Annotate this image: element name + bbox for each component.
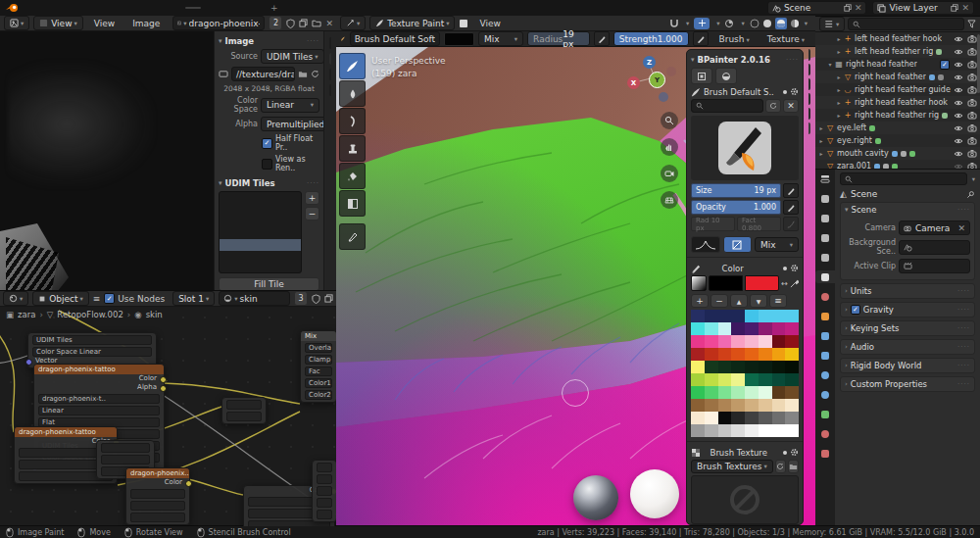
expand-icon[interactable]: ▸: [817, 124, 825, 131]
palette-swatch[interactable]: [718, 373, 732, 386]
sidebar-tab[interactable]: [808, 108, 810, 120]
node-property-row[interactable]: Color1: [305, 378, 332, 388]
palette-swatch[interactable]: [731, 335, 745, 348]
palette-swatch[interactable]: [705, 412, 718, 424]
viewport-canvas[interactable]: User Perspective (159) zara Z Y X: [336, 47, 815, 525]
camera-visibility-icon[interactable]: [967, 123, 977, 132]
opacity-pressure-toggle[interactable]: [783, 200, 799, 215]
expand-icon[interactable]: ▸: [835, 86, 843, 93]
outliner-row[interactable]: ▸ ▽ eye.left ✓: [815, 122, 980, 134]
palette-swatch[interactable]: [691, 424, 705, 437]
collapsed-panel[interactable]: ›✓Gravity····: [840, 302, 975, 318]
copy-icon[interactable]: [951, 4, 958, 12]
view-layer-selector[interactable]: View Layer ✕: [872, 1, 974, 15]
palette-swatch[interactable]: [759, 424, 772, 437]
sidebar-tab[interactable]: [329, 53, 331, 65]
radius-pressure-toggle[interactable]: [594, 31, 610, 46]
users-count-badge[interactable]: 3: [294, 291, 308, 306]
colorspace-dropdown[interactable]: Linear▾: [261, 98, 319, 113]
menu-hamburger-icon[interactable]: ≡: [93, 294, 101, 304]
camera-view-icon[interactable]: [661, 165, 678, 182]
outliner-row[interactable]: ▸ ▽ eye.right ✓: [815, 134, 980, 147]
palette-swatch[interactable]: [759, 399, 772, 412]
blend-mode-dropdown[interactable]: Mix▾: [478, 31, 523, 46]
tab-particles-icon[interactable]: [815, 349, 835, 362]
sidebar-tab[interactable]: [808, 64, 810, 75]
shader-node[interactable]: [221, 397, 267, 424]
brush-texture-header[interactable]: Brush Texture: [691, 445, 799, 460]
material-slot-dropdown[interactable]: Slot 1▾: [172, 291, 215, 306]
tool-annotate[interactable]: [339, 223, 366, 250]
camera-visibility-icon[interactable]: [967, 98, 977, 107]
node-header[interactable]: dragon-phoenix..: [126, 468, 189, 478]
hide-eye-icon[interactable]: [954, 35, 963, 43]
hide-eye-icon[interactable]: [954, 99, 963, 107]
workspace-tab[interactable]: [170, 7, 185, 9]
workspace-tab[interactable]: [217, 7, 232, 9]
tool-clone[interactable]: [339, 135, 366, 162]
editor-type-dropdown[interactable]: ▾: [340, 16, 366, 30]
filepath-field[interactable]: //textures/drago..: [231, 67, 295, 81]
brush-curve-widget[interactable]: [691, 236, 720, 253]
palette-swatch[interactable]: [705, 335, 718, 348]
node-property-row[interactable]: [101, 455, 150, 465]
palette-swatch[interactable]: [772, 348, 786, 361]
tab-constraints-icon[interactable]: [815, 388, 835, 401]
node-property-row[interactable]: [101, 443, 150, 453]
filter-icon[interactable]: [967, 20, 976, 28]
gear-icon[interactable]: [790, 87, 799, 96]
workspace-tab[interactable]: [232, 7, 248, 9]
palette-swatch[interactable]: [705, 361, 718, 373]
radius-slider[interactable]: Radius19 px: [527, 31, 590, 46]
tab-object-data-icon[interactable]: [815, 408, 835, 420]
palette-move-down-button[interactable]: ▼: [750, 294, 767, 308]
palette-add-button[interactable]: +: [691, 294, 709, 308]
palette-swatch[interactable]: [691, 348, 705, 361]
gear-icon[interactable]: [790, 264, 799, 272]
sidebar-tab[interactable]: [808, 49, 810, 61]
palette-swatch[interactable]: [691, 412, 705, 424]
palette-swatch[interactable]: [785, 322, 799, 335]
menu-view[interactable]: View: [472, 19, 507, 28]
palette-swatch[interactable]: [731, 348, 745, 361]
white-preview-sphere[interactable]: [630, 469, 679, 518]
shader-type-dropdown[interactable]: Object▾: [32, 291, 88, 306]
new-material-icon[interactable]: [324, 294, 333, 303]
open-folder-icon[interactable]: [312, 19, 321, 27]
collapsed-panel[interactable]: ›✓Audio····: [840, 339, 975, 355]
properties-search-input[interactable]: [840, 172, 967, 185]
tab-render-icon[interactable]: [815, 212, 835, 224]
udim-tile-row[interactable]: [220, 227, 301, 239]
node-property-row[interactable]: [226, 400, 262, 410]
node-property-row[interactable]: UDIM Tiles: [32, 335, 152, 345]
tool-mask[interactable]: [339, 190, 366, 217]
expand-icon[interactable]: ▸: [835, 48, 843, 55]
palette-swatch[interactable]: [705, 373, 718, 386]
sidebar-tab[interactable]: [808, 122, 810, 134]
gear-icon[interactable]: [790, 448, 799, 457]
navigation-gizmo[interactable]: Z Y X: [615, 53, 678, 110]
tab-object-icon[interactable]: [815, 310, 835, 322]
perspective-toggle-icon[interactable]: [661, 191, 678, 209]
copy-icon[interactable]: [844, 4, 852, 12]
editor-type-dropdown[interactable]: ▾: [3, 291, 28, 306]
udim-tile-row[interactable]: [220, 216, 301, 227]
texture-menu[interactable]: Texture▾: [760, 34, 811, 44]
tab-modifiers-icon[interactable]: [815, 329, 835, 342]
node-property-row[interactable]: [317, 474, 332, 484]
node-output-socket[interactable]: Color: [34, 374, 164, 383]
palette-swatch[interactable]: [731, 386, 745, 399]
expand-icon[interactable]: ▸: [817, 150, 825, 157]
paint-layers-icon[interactable]: [691, 68, 712, 84]
camera-visibility-icon[interactable]: [967, 34, 977, 43]
palette-swatch[interactable]: [745, 386, 759, 399]
node-output-socket[interactable]: Alpha: [34, 383, 164, 392]
workspace-tab[interactable]: [248, 7, 264, 9]
expand-icon[interactable]: ▾: [826, 61, 834, 68]
palette-swatch[interactable]: [718, 399, 732, 412]
node-header[interactable]: Mix: [301, 331, 336, 341]
strength-pressure-toggle[interactable]: [693, 31, 709, 46]
brush-color-swatch[interactable]: [444, 32, 474, 46]
collapsed-panel[interactable]: ›✓Custom Properties····: [840, 376, 975, 392]
palette-swatch[interactable]: [691, 322, 705, 335]
